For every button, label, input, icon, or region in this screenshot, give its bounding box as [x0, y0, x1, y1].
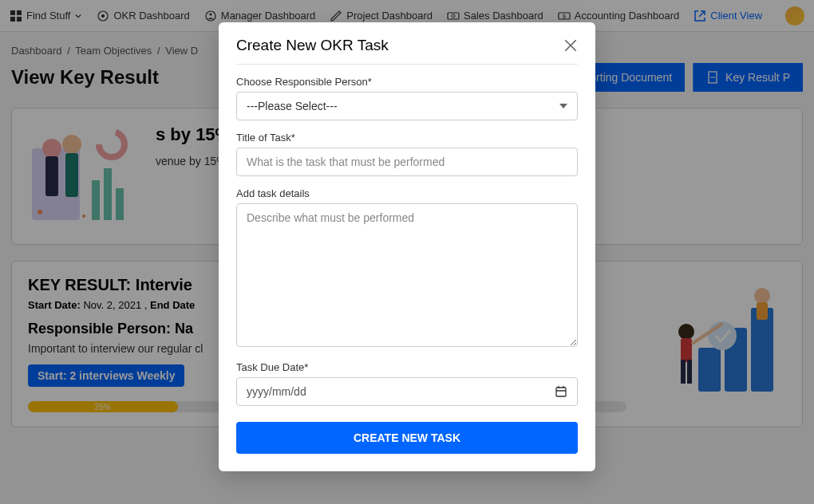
title-label: Title of Task* [236, 132, 578, 144]
form-group-details: Add task details [236, 187, 578, 350]
calendar-icon [555, 385, 567, 398]
title-input[interactable] [236, 148, 578, 176]
form-group-date: Task Due Date* yyyy/mm/dd [236, 361, 578, 406]
details-textarea[interactable] [236, 203, 578, 347]
form-group-title: Title of Task* [236, 132, 578, 176]
date-label: Task Due Date* [236, 361, 578, 373]
modal-overlay[interactable]: Create New OKR Task Choose Responsible P… [0, 0, 814, 504]
form-group-person: Choose Responsible Person* ---Please Sel… [236, 76, 578, 120]
svg-rect-34 [556, 388, 566, 396]
create-task-button[interactable]: CREATE NEW TASK [236, 422, 578, 454]
person-select[interactable]: ---Please Select--- [236, 92, 578, 120]
person-label: Choose Responsible Person* [236, 76, 578, 88]
date-input[interactable]: yyyy/mm/dd [236, 377, 578, 406]
modal-header: Create New OKR Task [236, 37, 578, 65]
close-icon[interactable] [563, 38, 578, 53]
modal-title: Create New OKR Task [236, 37, 389, 54]
create-task-modal: Create New OKR Task Choose Responsible P… [219, 22, 595, 471]
details-label: Add task details [236, 187, 578, 199]
date-placeholder: yyyy/mm/dd [247, 385, 555, 398]
